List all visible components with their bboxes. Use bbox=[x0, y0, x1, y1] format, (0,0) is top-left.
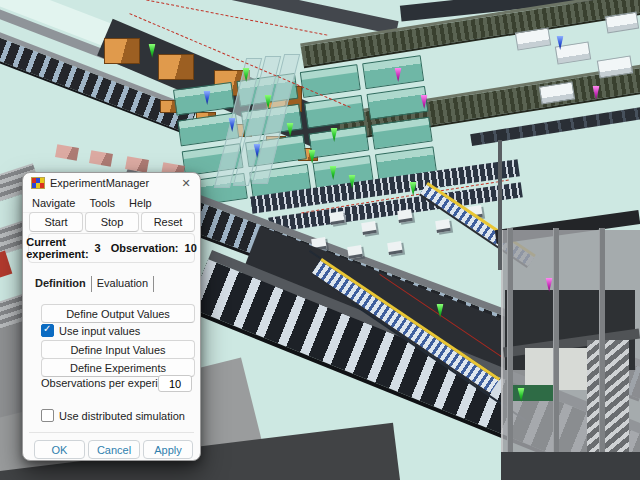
green-marker-cone-icon bbox=[517, 388, 526, 402]
green-marker-cone-icon bbox=[330, 128, 339, 142]
green-marker-cone-icon bbox=[348, 175, 357, 189]
tab-strip: Definition Evaluation bbox=[30, 276, 154, 292]
magenta-marker-cone-icon bbox=[592, 86, 601, 100]
blue-marker-cone-icon bbox=[203, 91, 212, 105]
observation-label: Observation: bbox=[111, 242, 179, 254]
experiment-status-box: Current experiment: 3 Observation: 10 bbox=[28, 233, 195, 263]
use-distributed-simulation-label: Use distributed simulation bbox=[59, 410, 185, 422]
define-input-values-button[interactable]: Define Input Values bbox=[41, 340, 195, 359]
observations-per-experiment-input[interactable] bbox=[158, 375, 192, 392]
experiment-manager-icon bbox=[31, 177, 45, 189]
footer-separator bbox=[29, 432, 194, 433]
cancel-button[interactable]: Cancel bbox=[88, 440, 140, 459]
use-input-values-checkbox[interactable] bbox=[41, 324, 54, 337]
use-input-values-label: Use input values bbox=[59, 325, 140, 337]
tab-definition[interactable]: Definition bbox=[30, 276, 92, 292]
blue-marker-cone-icon bbox=[556, 36, 565, 50]
magenta-marker-cone-icon bbox=[545, 278, 554, 292]
green-marker-cone-icon bbox=[242, 68, 251, 82]
experiment-manager-dialog: ExperimentManager ✕ Navigate Tools Help … bbox=[22, 172, 201, 461]
ok-button[interactable]: OK bbox=[34, 440, 85, 459]
tab-evaluation[interactable]: Evaluation bbox=[92, 276, 154, 292]
blue-marker-cone-icon bbox=[228, 118, 237, 132]
dialog-titlebar[interactable]: ExperimentManager bbox=[23, 173, 200, 193]
blue-marker-cone-icon bbox=[253, 144, 262, 158]
use-input-values-row: Use input values bbox=[41, 324, 140, 337]
define-output-values-button[interactable]: Define Output Values bbox=[41, 304, 195, 323]
use-distributed-simulation-row: Use distributed simulation bbox=[41, 409, 185, 422]
current-experiment-label: Current experiment: bbox=[26, 236, 88, 260]
green-marker-cone-icon bbox=[329, 166, 338, 180]
green-marker-cone-icon bbox=[308, 150, 317, 164]
application-window: ExperimentManager ✕ Navigate Tools Help … bbox=[0, 0, 640, 480]
observation-value: 10 bbox=[185, 242, 197, 254]
green-marker-cone-icon bbox=[286, 123, 295, 137]
green-marker-cone-icon bbox=[264, 95, 273, 109]
menu-tools[interactable]: Tools bbox=[89, 197, 115, 209]
menu-navigate[interactable]: Navigate bbox=[32, 197, 75, 209]
reset-button[interactable]: Reset bbox=[141, 212, 195, 232]
current-experiment-value: 3 bbox=[95, 242, 101, 254]
green-marker-cone-icon bbox=[409, 182, 418, 196]
dialog-title: ExperimentManager bbox=[50, 177, 149, 189]
close-icon[interactable]: ✕ bbox=[178, 175, 194, 191]
stop-button[interactable]: Stop bbox=[85, 212, 139, 232]
apply-button[interactable]: Apply bbox=[143, 440, 193, 459]
green-marker-cone-icon bbox=[436, 304, 445, 318]
magenta-marker-cone-icon bbox=[394, 68, 403, 82]
green-marker-cone-icon bbox=[148, 44, 157, 58]
menu-help[interactable]: Help bbox=[129, 197, 152, 209]
use-distributed-simulation-checkbox[interactable] bbox=[41, 409, 54, 422]
menu-bar: Navigate Tools Help bbox=[23, 193, 200, 213]
magenta-marker-cone-icon bbox=[420, 95, 429, 109]
start-button[interactable]: Start bbox=[29, 212, 83, 232]
